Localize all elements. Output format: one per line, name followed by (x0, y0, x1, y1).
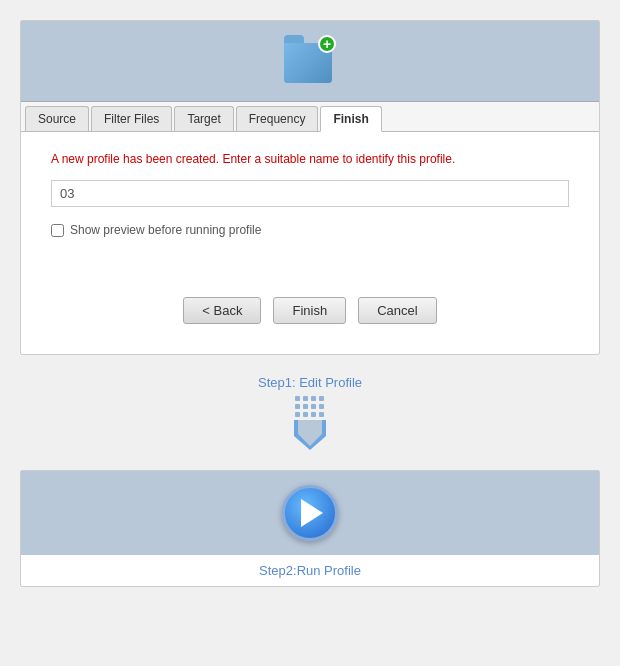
wizard-header: + (21, 21, 599, 102)
show-preview-checkbox[interactable] (51, 224, 64, 237)
step1-label: Step1: Edit Profile (258, 375, 362, 390)
tab-source[interactable]: Source (25, 106, 89, 131)
down-arrow-icon (290, 420, 330, 450)
tab-frequency[interactable]: Frequency (236, 106, 319, 131)
cancel-button[interactable]: Cancel (358, 297, 436, 324)
page-wrapper: + Source Filter Files Target Frequency F… (0, 0, 620, 607)
dot (319, 404, 324, 409)
dot (311, 396, 316, 401)
profile-name-input[interactable] (51, 180, 569, 207)
play-icon (301, 499, 323, 527)
dot (319, 396, 324, 401)
step2-panel: Step2:Run Profile (20, 470, 600, 587)
button-row: < Back Finish Cancel (51, 297, 569, 324)
finish-button[interactable]: Finish (273, 297, 346, 324)
plus-badge: + (318, 35, 336, 53)
down-arrow (290, 396, 330, 450)
step1-area: Step1: Edit Profile (20, 371, 600, 454)
checkbox-row: Show preview before running profile (51, 223, 569, 237)
tabs-row: Source Filter Files Target Frequency Fin… (21, 102, 599, 132)
tab-target[interactable]: Target (174, 106, 233, 131)
step2-label: Step2:Run Profile (21, 555, 599, 586)
dot (295, 404, 300, 409)
run-profile-button[interactable] (282, 485, 338, 541)
tab-finish[interactable]: Finish (320, 106, 381, 132)
dot (303, 396, 308, 401)
dot (311, 404, 316, 409)
dot (295, 396, 300, 401)
back-button[interactable]: < Back (183, 297, 261, 324)
tab-filter-files[interactable]: Filter Files (91, 106, 172, 131)
wizard-body: A new profile has been created. Enter a … (21, 132, 599, 354)
dot (303, 404, 308, 409)
show-preview-label: Show preview before running profile (70, 223, 261, 237)
wizard-panel: + Source Filter Files Target Frequency F… (20, 20, 600, 355)
add-profile-icon: + (284, 35, 336, 87)
step2-header (21, 471, 599, 555)
info-text: A new profile has been created. Enter a … (51, 152, 569, 166)
dot (311, 412, 316, 417)
dot (295, 412, 300, 417)
dot (319, 412, 324, 417)
dot (303, 412, 308, 417)
arrow-dots (295, 396, 325, 418)
